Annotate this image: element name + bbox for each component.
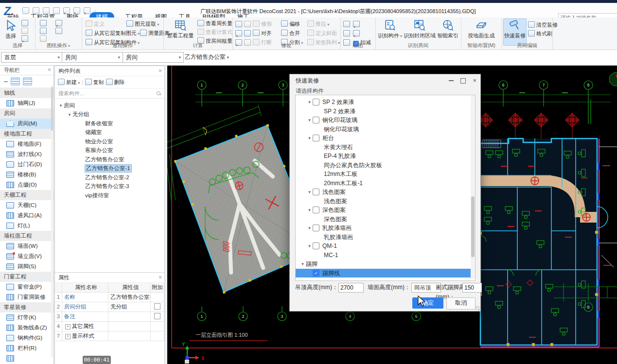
list-view-icon[interactable]	[11, 77, 20, 86]
copy-component-button[interactable]: 复制	[85, 79, 104, 86]
sidebar-item-vent[interactable]: 通风口(A)	[0, 210, 53, 221]
select-button[interactable]: 选择	[2, 19, 19, 39]
tree-leaf[interactable]: 乳胶漆墙画	[296, 233, 476, 242]
cancel-button[interactable]: 取消	[446, 297, 476, 310]
copy-icon[interactable]	[235, 30, 242, 36]
chevron-down-icon[interactable]: ▾	[306, 190, 313, 194]
generate-by-floor-button[interactable]: 按地面生成	[466, 19, 497, 38]
copy-elements-from-layer-button[interactable]: 从其它层复制图元	[86, 30, 140, 37]
tree-leaf[interactable]: 财务收银室	[55, 119, 164, 128]
batch-select-icon[interactable]	[21, 28, 28, 34]
arc-icon[interactable]	[353, 30, 360, 36]
tree-leaf[interactable]: 20mm木工板-1	[296, 179, 476, 188]
sidebar-item-curtain-box[interactable]: 窗帘盒(P)	[0, 282, 53, 292]
sheet-doc-icon[interactable]	[55, 28, 62, 34]
sidebar-item-floor[interactable]: 楼地面(F)	[0, 139, 53, 149]
sidebar-item-wall-face[interactable]: 墙面(W)	[0, 241, 53, 251]
grid-manage-icon[interactable]	[55, 20, 62, 26]
tree-leaf[interactable]: 米黄大理石	[296, 143, 476, 152]
sidebar-item-lamp[interactable]: 灯(L)	[0, 221, 53, 231]
chevron-down-icon[interactable]: ▾	[306, 100, 313, 104]
sidebar-item-room[interactable]: 房间(M)	[0, 119, 53, 129]
close-icon[interactable]: ×	[473, 74, 476, 87]
tree-group[interactable]: ▾SP 2 效果漆	[296, 98, 476, 106]
skirting-height-input[interactable]	[462, 283, 482, 293]
checkbox[interactable]	[313, 189, 319, 195]
tree-leaf[interactable]: 乙方销售办公室	[55, 155, 164, 164]
checkbox[interactable]	[313, 135, 319, 141]
sidebar-item-moulding[interactable]: 装饰线条(Z)	[0, 323, 53, 333]
sidebar-item-threshold[interactable]: 过门石(D)	[0, 159, 53, 170]
dialog-scrollbar[interactable]	[471, 95, 475, 279]
view-quantity-button[interactable]: 查看工程量	[165, 19, 195, 38]
checkbox[interactable]	[313, 99, 319, 105]
tree-leaf[interactable]: 储藏室	[55, 128, 164, 138]
chevron-down-icon[interactable]: ▾	[306, 208, 313, 212]
minimize-icon[interactable]	[449, 80, 454, 81]
tree-leaf-selected[interactable]: 乙方销售办公室-1	[55, 164, 164, 173]
tree-group[interactable]: ▾钢化印花玻璃	[296, 116, 476, 124]
chevron-down-icon[interactable]: ▾	[300, 261, 306, 266]
extract-elements-button[interactable]: 图元提取	[126, 20, 159, 28]
sidebar-item-light-strip[interactable]: 灯带(K)	[0, 312, 53, 323]
align-button[interactable]: 对齐	[253, 30, 281, 37]
navbar-scrollbar[interactable]	[51, 85, 53, 357]
room-select[interactable]: 乙方销售办公室	[185, 52, 229, 62]
tree-group[interactable]: ▾浅色图案	[296, 188, 476, 196]
tree-leaf[interactable]: 深色图案	[296, 215, 476, 224]
tree-node-room[interactable]: ▾房间	[55, 101, 164, 110]
close-icon[interactable]: ×	[159, 66, 162, 76]
tree-leaf[interactable]: 乙方销售办公室-2	[55, 173, 164, 182]
tree-leaf[interactable]: 钢化印花玻璃	[296, 125, 476, 134]
quick-decoration-button[interactable]: 快速装修	[503, 18, 527, 46]
sidebar-item-border-line[interactable]: 波打线(X)	[0, 149, 53, 159]
resize-grip[interactable]	[475, 306, 480, 311]
dropper-icon[interactable]	[21, 20, 28, 26]
tree-leaf[interactable]: 乙方销售办公室-3	[55, 182, 164, 191]
clear-decoration-button[interactable]: 清空装修	[528, 21, 558, 29]
tree-group[interactable]: ▾乳胶漆墙画	[296, 224, 476, 232]
sidebar-item-stairs[interactable]: 楼梯(B)	[0, 170, 53, 180]
smart-index-button[interactable]: 智能索引	[436, 19, 460, 38]
card-view-icon[interactable]	[23, 77, 32, 86]
sidebar-item-steel[interactable]: 钢构件(G)	[0, 333, 53, 343]
filter-icon[interactable]	[21, 35, 28, 42]
trash-icon[interactable]	[40, 20, 47, 26]
point-icon[interactable]	[343, 21, 350, 27]
expand-icon[interactable]: +	[65, 324, 71, 329]
checkbox[interactable]	[313, 243, 319, 249]
tree-leaf[interactable]: MC-1	[296, 251, 476, 260]
new-component-button[interactable]: 新建	[58, 79, 80, 86]
component-search-input[interactable]: 搜索构件...	[55, 88, 164, 99]
checkbox[interactable]	[313, 207, 319, 213]
chevron-down-icon[interactable]: ▾	[306, 118, 313, 122]
tree-leaf[interactable]: vip接待室	[55, 191, 164, 200]
checkbox-checked[interactable]	[313, 270, 319, 277]
close-icon[interactable]: ×	[159, 273, 162, 282]
property-row-other[interactable]: 4 +其它属性	[55, 322, 164, 331]
chevron-down-icon[interactable]: ▾	[67, 112, 72, 117]
delete-component-button[interactable]: 删除	[106, 79, 125, 86]
floor-select[interactable]: 首层	[1, 52, 63, 63]
line-icon[interactable]	[343, 30, 350, 36]
chevron-down-icon[interactable]: ▾	[306, 243, 313, 248]
delete-icon[interactable]	[235, 21, 242, 27]
property-row-name[interactable]: 1 名称 乙方销售办公室-1	[55, 293, 164, 302]
chevron-down-icon[interactable]: ▾	[306, 225, 313, 230]
sidebar-item-wall-elevation[interactable]: 墙立面(V)	[0, 251, 53, 261]
category-select-2[interactable]: 房间	[123, 52, 184, 63]
tree-group-skirting[interactable]: ▾踢脚	[296, 260, 473, 268]
tree-group[interactable]: ▾柜台	[296, 134, 476, 142]
property-row-display-style[interactable]: 7 +显示样式	[55, 331, 164, 341]
merge-button[interactable]: 合并	[281, 30, 307, 37]
view-formula-button[interactable]: 查看计算式	[197, 29, 232, 36]
mirror-icon[interactable]	[244, 30, 251, 36]
tree-leaf[interactable]: 12mm木工板	[296, 170, 476, 178]
tree-group[interactable]: ▾深色图案	[296, 206, 476, 214]
chevron-down-icon[interactable]: ▾	[58, 103, 64, 108]
tree-group[interactable]: ▾QM-1	[296, 242, 476, 250]
tree-leaf-skirting-line-selected[interactable]: 踢脚线	[296, 269, 476, 277]
close-icon[interactable]: ×	[48, 66, 51, 75]
tree-leaf[interactable]: 浅色图案	[296, 197, 476, 206]
recognize-component-button[interactable]: 识别构件	[376, 19, 404, 39]
